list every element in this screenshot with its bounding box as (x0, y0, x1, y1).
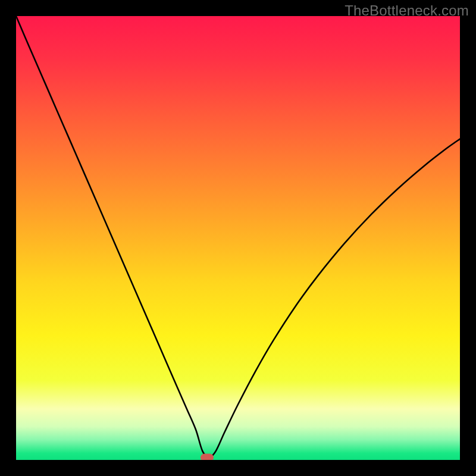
svg-rect-0 (16, 16, 460, 460)
plot-area (16, 16, 460, 460)
optimal-point-marker (201, 454, 214, 460)
gradient-background (16, 16, 460, 460)
watermark-text: TheBottleneck.com (345, 2, 469, 19)
chart-frame: TheBottleneck.com (0, 0, 476, 476)
